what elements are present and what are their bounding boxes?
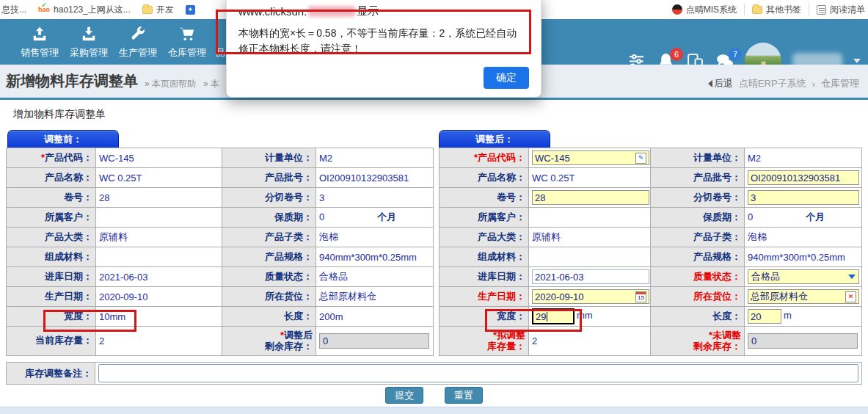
field-input-location[interactable]: 总部原材料仓✕ <box>748 289 859 304</box>
nav-item-partial[interactable]: 品 <box>216 46 225 59</box>
field-value-roll-no: 28 <box>96 188 222 208</box>
field-text-product-code: WC-145 <box>99 153 134 164</box>
field-value-spec: 940mm*300m*0.25mm <box>316 247 434 267</box>
remark-row: 库存调整备注： <box>6 362 862 385</box>
bookmark-label: 其他书签 <box>766 4 801 16</box>
field-text-roll-no: 28 <box>99 192 109 203</box>
field-input-slit-roll-no[interactable]: 3 <box>748 190 859 205</box>
field-input-width[interactable]: 29 <box>532 308 575 324</box>
user-menu-chevron-down-icon[interactable] <box>853 59 861 63</box>
field-label-subcategory: 产品子类： <box>651 228 745 247</box>
breadcrumb-warehouse[interactable]: 仓库管理 <box>821 77 859 90</box>
nav-item-download[interactable]: 采购管理 <box>65 19 112 65</box>
calendar-icon[interactable]: 15 <box>635 291 646 302</box>
required-asterisk: * <box>474 152 478 163</box>
field-value-length: 200m <box>316 307 434 327</box>
field-label-unit: 计量单位： <box>222 148 316 168</box>
reading-list-icon <box>817 5 826 15</box>
back-button[interactable]: 后退 <box>708 77 733 90</box>
field-value-unadjusted-remaining: 0 <box>745 327 862 356</box>
nav-item-cart[interactable]: 仓库管理 <box>164 19 211 65</box>
field-value-product-name: WC 0.25T <box>529 168 651 188</box>
field-label-customer: 所属客户： <box>7 208 96 228</box>
breadcrumb-erp[interactable]: 点晴ERP子系统 <box>739 77 806 90</box>
nav-item-upload[interactable]: 销售管理 <box>16 19 63 65</box>
field-label-quality-status: 质量状态： <box>651 267 745 287</box>
field-value-current-stock: 2 <box>96 327 222 356</box>
alert-dialog-title: www.clicksun. 显示 <box>238 4 379 18</box>
bookmark-label: 点晴MIS系统 <box>686 4 737 16</box>
domain-redacted <box>308 6 355 17</box>
field-label-width: 宽度： <box>440 307 529 327</box>
field-value-slit-roll-no: 3 <box>745 188 862 208</box>
submit-button[interactable]: 提交 <box>385 387 423 404</box>
field-text-location: 总部原材料仓 <box>319 291 376 302</box>
tab-after-adjust[interactable]: 调整后： <box>439 130 550 148</box>
bookmark-item[interactable]: 其他书签 <box>752 4 801 16</box>
field-value-category: 原辅料 <box>529 228 651 247</box>
bookmark-item[interactable]: 点晴MIS系统 <box>672 4 737 16</box>
field-input-roll-no[interactable]: 28 <box>532 190 649 205</box>
unit-suffix: m <box>784 310 792 321</box>
field-text-current-stock: 2 <box>99 335 104 346</box>
remark-label: 库存调整备注： <box>7 363 95 384</box>
download-icon <box>81 26 97 44</box>
field-input-length[interactable]: 20 <box>748 309 781 324</box>
field-text-spec: 940mm*300m*0.25mm <box>748 252 845 263</box>
field-value-customer <box>529 208 651 228</box>
fields-table: *产品代码：WC-145✎计量单位：M2产品名称：WC 0.25T产品批号：OI… <box>439 148 862 356</box>
field-label-spec: 产品规格： <box>651 247 745 267</box>
alert-message: 本物料的宽×长＝0.58，不等于当前库存量：2，系统已经自动修正本物料长度，请注… <box>238 26 526 57</box>
input-value: OI200910132903581 <box>751 172 840 184</box>
field-value-spec: 940mm*300m*0.25mm <box>745 247 862 267</box>
input-value: WC-145 <box>535 153 570 164</box>
field-input-batch-no[interactable]: OI200910132903581 <box>748 170 859 185</box>
bookmark-item[interactable]: 息技... <box>1 4 26 16</box>
tab-before-adjust[interactable]: 调整前： <box>7 130 119 148</box>
field-value-slit-roll-no: 3 <box>316 188 434 208</box>
bookmark-item[interactable]: 开发 <box>142 4 174 16</box>
required-asterisk: * <box>709 330 712 341</box>
input-value: 总部原材料仓 <box>751 290 808 303</box>
field-text-width: 10mm <box>99 311 125 322</box>
nav-item-wrench[interactable]: 生产管理 <box>114 19 161 65</box>
field-text-category: 原辅料 <box>532 231 561 242</box>
field-label-quality-status: 质量状态： <box>222 267 316 287</box>
bookmark-item[interactable]: ✦ <box>186 5 195 15</box>
bookmark-label: hao123_上网从这... <box>54 4 131 16</box>
input-value: 28 <box>535 192 545 203</box>
page-help-link[interactable]: » 本页面帮助 <box>145 78 196 90</box>
field-label-unit: 计量单位： <box>651 148 745 168</box>
field-input-inbound-date[interactable]: 2021-06-03 <box>532 269 649 284</box>
field-label-shelf-life: 保质期： <box>222 208 316 228</box>
field-value-location: 总部原材料仓✕ <box>745 287 862 307</box>
alert-ok-button[interactable]: 确定 <box>484 67 529 89</box>
field-label-current-stock: 当前库存量： <box>7 327 96 356</box>
breadcrumb: 后退 点晴ERP子系统 › 仓库管理 <box>708 77 859 90</box>
field-value-product-name: WC 0.25T <box>96 168 222 188</box>
field-input-production-date[interactable]: 2020-09-1015 <box>532 289 649 304</box>
disabled-value: 0 <box>323 335 328 346</box>
field-value-batch-no: OI200910132903581 <box>316 168 434 188</box>
field-select-quality-status[interactable]: 合格品 <box>748 269 859 284</box>
field-value-product-code: WC-145 <box>96 148 222 168</box>
field-label-category: 产品大类： <box>440 228 529 247</box>
field-value-quality-status: 合格品 <box>316 267 434 287</box>
field-text-slit-roll-no: 3 <box>319 192 324 203</box>
field-value-width: 29mm <box>529 307 651 327</box>
remark-textarea[interactable] <box>98 364 858 382</box>
reset-button[interactable]: 重置 <box>445 387 483 404</box>
module-help-link[interactable]: » 本 <box>203 78 219 90</box>
field-text-length: 200m <box>319 311 343 322</box>
unit-suffix: 个月 <box>377 211 396 222</box>
nav-item-label: 采购管理 <box>70 46 108 59</box>
text-caret <box>547 312 547 322</box>
picker-icon[interactable]: ✎ <box>635 153 646 164</box>
bookmark-item[interactable]: 阅读清单 <box>817 4 865 16</box>
fields-table: *产品代码：WC-145计量单位：M2产品名称：WC 0.25T产品批号：OI2… <box>6 148 434 356</box>
field-label-subcategory: 产品子类： <box>222 228 316 247</box>
bookmark-item[interactable]: haohao123_上网从这... <box>38 4 131 16</box>
field-label-product-code: *产品代码： <box>440 148 529 168</box>
field-input-product-code[interactable]: WC-145✎ <box>532 150 649 165</box>
clear-icon[interactable]: ✕ <box>845 291 856 302</box>
